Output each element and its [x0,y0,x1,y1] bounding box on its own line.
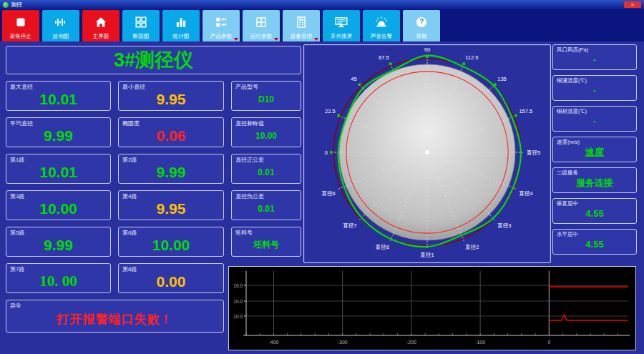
btn-external-screen[interactable]: 开外接屏 [323,10,360,42]
channel-3-value: 10.00 [6,191,110,220]
tolerance-minus-card: 直径负公差0.01 [231,190,301,220]
title-bar: 测径 × [0,0,644,9]
exception-card: 异常打开报警端口失败！ [6,300,224,333]
toolbar-button-label: 断面图 [133,32,150,39]
copper-material-temp-card: 铜材温度(℃)- [552,106,637,132]
max-diameter-card: 最大直径10.01 [6,81,111,111]
btn-help[interactable]: ?帮助 [403,10,440,42]
app-window: 测径 × 采集停止波动图主界面断面图统计图产品参数运行参数设备管理开外接屏声音告… [0,0,644,354]
exception-value: 打开报警端口失败！ [6,300,223,332]
channel-5-value: 9.99 [6,227,110,256]
x-tick-label: -100 [475,340,485,345]
min-diameter-value: 9.95 [119,82,223,110]
toolbar-button-label: 设备管理 [291,32,312,39]
product-params-icon [215,11,228,32]
vertical-center-card: 垂直居中4.55 [552,198,637,224]
spoke-label: 0 [325,149,328,156]
channel-1-card: 第1路10.01 [6,154,111,184]
channel-4-value: 9.95 [119,191,223,220]
air-pressure-card-value: - [553,45,636,69]
btn-wave-chart[interactable]: 波动图 [42,10,79,42]
channel-7-value: 10. 00 [6,264,110,292]
close-button[interactable]: × [624,1,641,8]
channel-6-value: 10.00 [119,227,223,256]
toolbar-button-label: 声音告警 [371,32,392,39]
avg-diameter-value: 9.99 [6,118,110,147]
secondary-service-card-value: 服务连接 [553,168,636,192]
btn-device-mgmt[interactable]: 设备管理 [283,10,320,42]
lower-trace [549,315,628,320]
speed-card-value: 速度 [553,137,636,162]
toolbar-button-label: 统计图 [173,32,190,39]
y-tick-label: 10.0 [233,314,243,319]
window-title: 测径 [11,2,22,8]
spoke-label: 直径6 [321,190,335,197]
app-icon [3,2,9,8]
billet-no-value: 坯料号 [232,227,301,256]
dropdown-arrow-icon [314,38,318,41]
spoke-label: 22.5 [325,108,336,114]
btn-product-params[interactable]: 产品参数 [203,10,240,42]
btn-section-chart[interactable]: 断面图 [122,10,160,42]
btn-run-params[interactable]: 运行参数 [243,10,280,42]
toolbar-button-label: 产品参数 [210,32,232,39]
spoke-label: 直径8 [375,244,389,250]
center-hub [425,150,429,154]
btn-stats-chart[interactable]: 统计图 [162,10,200,42]
monitor-icon [334,11,348,32]
channel-7-card: 第7路10. 00 [6,263,111,293]
angle-marker [462,62,465,65]
channel-8-card: 第8路0.00 [118,263,224,293]
spoke-label: 直径5 [526,149,540,156]
product-model-value: D10 [232,82,301,110]
toolbar-button-label: 主界面 [93,32,109,39]
angle-marker [389,62,392,65]
x-tick-label: -200 [406,340,416,345]
section-icon [135,11,147,32]
stop-icon [14,11,27,32]
x-tick-label: -300 [338,340,348,345]
vertical-center-card-value: 4.55 [553,199,636,223]
channel-6-card: 第6路10.00 [118,227,224,257]
angle-marker [330,151,333,154]
angle-marker [337,114,340,117]
channel-8-value: 0.00 [119,264,223,292]
tolerance-minus-value: 0.01 [232,191,301,220]
spoke-label: 112.5 [465,54,478,61]
angle-marker [514,114,517,117]
channel-2-value: 9.99 [119,154,223,183]
btn-stop-acquisition[interactable]: 采集停止 [2,10,39,42]
spoke-label: 67.5 [379,54,389,61]
svg-text:?: ? [419,18,424,26]
channel-2-card: 第2路9.99 [118,154,224,184]
horizontal-center-card-value: 4.55 [553,230,636,254]
spoke-label: 135 [497,76,507,82]
angle-marker [358,83,361,86]
run-params-icon [255,11,268,32]
y-tick-label: 10.0 [233,299,243,304]
alarm-icon [374,11,389,32]
ovality-card: 椭圆度0.06 [118,117,224,147]
dropdown-arrow-icon [234,38,238,41]
speed-card: 速度(m/s)速度 [552,137,637,162]
btn-sound-alarm[interactable]: 声音告警 [363,10,400,42]
wave-icon [54,11,68,32]
spoke-label: 直径1 [419,252,434,258]
diameter-trend-chart-panel: 10.010.010.0-400-300-200-1000 [228,266,636,350]
help-icon: ? [415,11,428,32]
tolerance-plus-card: 直径正公差0.01 [231,154,301,184]
channel-4-card: 第4路9.95 [118,190,224,220]
main-area: 3#测径仪 最大直径10.01最小直径9.95产品型号D10平均直径9.99椭圆… [0,41,644,354]
nominal-diameter-value: 10.00 [232,118,301,147]
spoke-label: 直径3 [497,222,511,229]
avg-diameter-card: 平均直径9.99 [6,117,111,147]
device-icon [295,11,308,32]
diameter-trend-chart: 10.010.010.0-400-300-200-1000 [229,267,634,348]
y-tick-label: 10.0 [233,283,243,288]
toolbar-button-label: 采集停止 [10,32,31,39]
toolbar-button-label: 运行参数 [250,32,272,39]
dropdown-arrow-icon [274,38,278,41]
btn-main-screen[interactable]: 主界面 [82,10,119,42]
product-model-card: 产品型号D10 [231,81,301,111]
toolbar-button-label: 帮助 [416,32,426,39]
